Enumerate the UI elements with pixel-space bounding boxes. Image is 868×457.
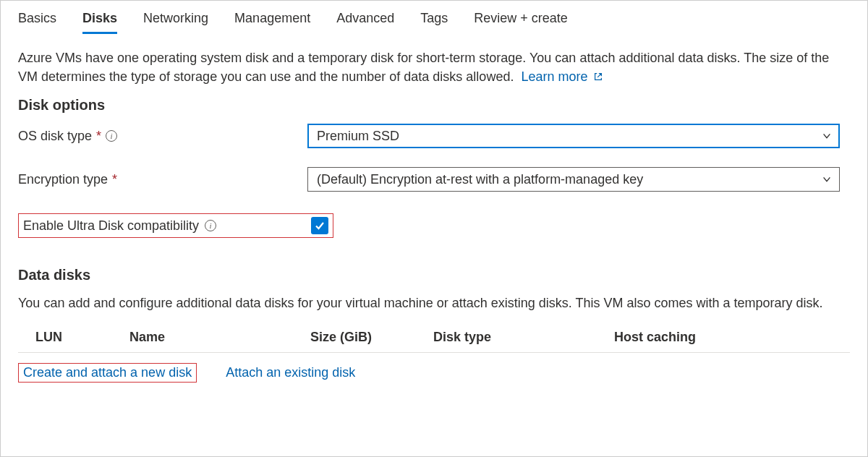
- tab-advanced[interactable]: Advanced: [336, 8, 394, 33]
- col-name: Name: [129, 330, 310, 345]
- tab-management[interactable]: Management: [234, 8, 310, 33]
- create-attach-disk-link[interactable]: Create and attach a new disk: [23, 365, 192, 380]
- tab-review-create[interactable]: Review + create: [474, 8, 568, 33]
- col-host-caching: Host caching: [614, 330, 847, 345]
- tab-basics[interactable]: Basics: [18, 8, 56, 33]
- disks-config-panel: Basics Disks Networking Management Advan…: [0, 0, 868, 457]
- tab-content: Azure VMs have one operating system disk…: [1, 34, 867, 383]
- ultra-disk-label: Enable Ultra Disk compatibility: [23, 218, 199, 234]
- tab-tags[interactable]: Tags: [420, 8, 448, 33]
- ultra-disk-highlight: Enable Ultra Disk compatibility i: [18, 213, 333, 238]
- encryption-type-value: (Default) Encryption at-rest with a plat…: [317, 172, 643, 187]
- encryption-type-select[interactable]: (Default) Encryption at-rest with a plat…: [307, 167, 840, 192]
- external-link-icon: [593, 68, 603, 87]
- chevron-down-icon: [822, 131, 832, 141]
- os-disk-type-label: OS disk type * i: [18, 129, 307, 144]
- encryption-type-row: Encryption type * (Default) Encryption a…: [18, 167, 850, 192]
- info-icon[interactable]: i: [106, 130, 117, 142]
- data-disk-actions: Create and attach a new disk Attach an e…: [18, 353, 850, 383]
- chevron-down-icon: [822, 174, 832, 184]
- os-disk-type-row: OS disk type * i Premium SSD: [18, 124, 850, 148]
- os-disk-type-value: Premium SSD: [317, 129, 399, 144]
- intro-body: Azure VMs have one operating system disk…: [18, 51, 829, 84]
- col-lun: LUN: [35, 330, 129, 345]
- create-attach-highlight: Create and attach a new disk: [18, 363, 197, 383]
- ultra-disk-row: Enable Ultra Disk compatibility i: [18, 213, 850, 238]
- data-disks-table-header: LUN Name Size (GiB) Disk type Host cachi…: [18, 325, 850, 353]
- required-marker: *: [96, 129, 101, 144]
- wizard-tabs: Basics Disks Networking Management Advan…: [1, 1, 867, 34]
- tab-disks[interactable]: Disks: [82, 8, 117, 33]
- intro-text: Azure VMs have one operating system disk…: [18, 48, 850, 87]
- col-disk-type: Disk type: [433, 330, 614, 345]
- data-disks-description: You can add and configure additional dat…: [18, 294, 850, 312]
- tab-networking[interactable]: Networking: [143, 8, 208, 33]
- col-size: Size (GiB): [310, 330, 433, 345]
- required-marker: *: [112, 172, 117, 187]
- info-icon[interactable]: i: [205, 220, 216, 231]
- learn-more-link[interactable]: Learn more: [521, 69, 603, 84]
- attach-existing-disk-link[interactable]: Attach an existing disk: [226, 365, 355, 380]
- data-disks-heading: Data disks: [18, 267, 850, 283]
- encryption-type-label: Encryption type *: [18, 172, 307, 187]
- os-disk-type-select[interactable]: Premium SSD: [307, 124, 840, 148]
- disk-options-heading: Disk options: [18, 97, 850, 114]
- ultra-disk-checkbox[interactable]: [311, 217, 328, 234]
